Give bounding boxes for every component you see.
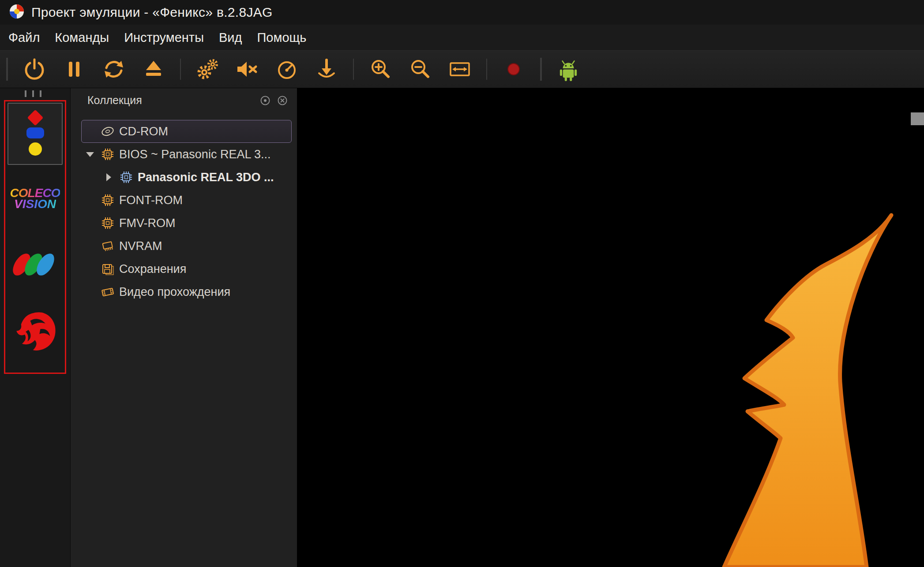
tree-item-label: FMV-ROM [117,216,176,230]
expander-collapsed-icon[interactable] [100,173,117,181]
tree-item-cdrom[interactable]: CD-ROM [81,120,292,143]
gears-icon [195,56,220,82]
fit-screen-icon [447,56,473,82]
3do-circle-icon [29,142,42,156]
eject-icon [141,56,166,82]
reset-icon [101,56,127,82]
menu-help[interactable]: Помощь [249,30,314,45]
jaguar-emblem-icon [13,310,59,354]
load-button[interactable] [313,56,340,82]
tree-item-fontrom[interactable]: FONT-ROM [81,189,292,212]
chip-icon [98,147,117,161]
window-title: Проект эмуляции - «Феникс» в.2.8JAG [31,5,273,20]
phoenix-flame-graphic [298,88,924,567]
toolbar-separator [180,59,181,80]
3do-pill-icon [26,127,44,138]
power-icon [22,56,47,82]
tree-item-fmvrom[interactable]: FMV-ROM [81,212,292,235]
power-button[interactable] [21,56,48,82]
speed-gauge-icon [274,56,300,82]
tree-item-label: Видео прохождения [117,285,230,299]
tree-item-nvram[interactable]: NVRAM [81,235,292,257]
tree-item-bios[interactable]: BIOS ~ Panasonic REAL 3... [81,143,292,166]
collection-title: Коллекция [87,94,142,107]
android-icon [555,56,582,82]
3do-diamond-icon [27,110,43,126]
download-icon [314,56,339,82]
toolbar-grip [6,58,8,81]
android-button[interactable] [555,56,582,82]
emulator-screen [298,88,924,567]
float-icon [260,95,270,106]
chip-icon [98,193,117,207]
tree-item-saves[interactable]: Сохранения [81,257,292,280]
tree-item-label: CD-ROM [117,125,168,138]
zoom-out-icon [407,56,433,82]
dock-highlight: COLECO VISION [4,100,66,374]
eject-button[interactable] [140,56,167,82]
colecovision-logo-line2: VISION [14,197,56,211]
system-3do-button[interactable] [8,103,63,165]
menu-file[interactable]: Файл [1,30,47,45]
scrollbar-thumb[interactable] [911,112,924,125]
tree-item-videos[interactable]: Видео прохождения [81,280,292,303]
system-discs-button[interactable] [15,252,52,277]
tree-item-label: Panasonic REAL 3DO ... [135,171,274,184]
panel-close-button[interactable] [277,95,288,106]
title-bar: Проект эмуляции - «Феникс» в.2.8JAG [0,0,924,25]
tree-item-label: NVRAM [117,239,162,253]
mute-icon [234,56,260,82]
toolbar-separator [353,59,354,80]
record-icon [501,56,526,82]
panel-float-button[interactable] [259,95,271,106]
close-icon [277,95,288,106]
mute-button[interactable] [234,56,260,82]
memory-card-icon [98,239,117,253]
system-dock: COLECO VISION [0,88,71,567]
tree-item-label: FONT-ROM [117,194,183,207]
main-content: COLECO VISION Коллекция [0,88,924,567]
film-icon [98,285,117,299]
zoom-out-button[interactable] [407,56,433,82]
toolbar-separator [486,59,487,80]
reset-button[interactable] [101,56,127,82]
app-icon [9,4,25,21]
menu-bar: Файл Команды Инструменты Вид Помощь [0,25,924,50]
tree-item-panasonic[interactable]: Panasonic REAL 3DO ... [100,166,292,189]
fit-screen-button[interactable] [447,56,473,82]
zoom-in-icon [368,56,393,82]
dock-drag-handle[interactable] [25,90,41,97]
collection-tree: CD-ROM BIOS ~ Panasonic REAL 3... [71,120,297,303]
menu-commands[interactable]: Команды [47,30,116,45]
system-colecovision-button[interactable]: COLECO VISION [5,186,65,211]
pause-button[interactable] [61,56,87,82]
system-jaguar-button[interactable] [13,310,59,354]
toolbar [0,50,924,88]
tree-item-label: BIOS ~ Panasonic REAL 3... [117,148,270,161]
menu-view[interactable]: Вид [211,30,249,45]
settings-button[interactable] [194,56,221,82]
collection-panel: Коллекция [71,88,298,567]
save-icon [98,262,117,276]
tree-item-label: Сохранения [117,262,186,276]
cd-icon [98,124,117,138]
record-button[interactable] [500,56,527,82]
chip-blue-icon [117,170,135,184]
chip-icon [98,216,117,230]
zoom-in-button[interactable] [367,56,394,82]
toolbar-grip [540,58,542,81]
pause-icon [61,56,87,82]
collection-header: Коллекция [71,88,297,109]
speed-button[interactable] [274,56,300,82]
expander-expanded-icon[interactable] [82,152,98,157]
menu-tools[interactable]: Инструменты [116,30,211,45]
